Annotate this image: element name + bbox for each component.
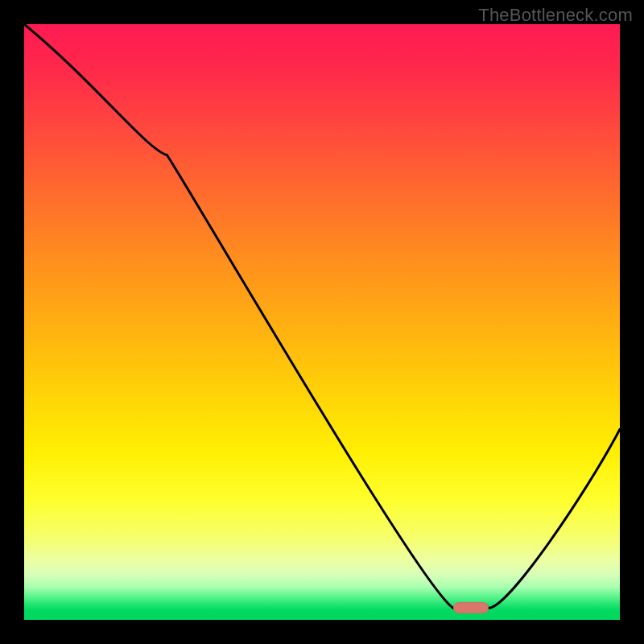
plot-area [24, 24, 620, 620]
curve-path [24, 24, 620, 608]
chart-frame: TheBottleneck.com [0, 0, 644, 644]
bottleneck-curve [24, 24, 620, 620]
optimum-marker [453, 602, 489, 613]
watermark-text: TheBottleneck.com [478, 5, 633, 26]
